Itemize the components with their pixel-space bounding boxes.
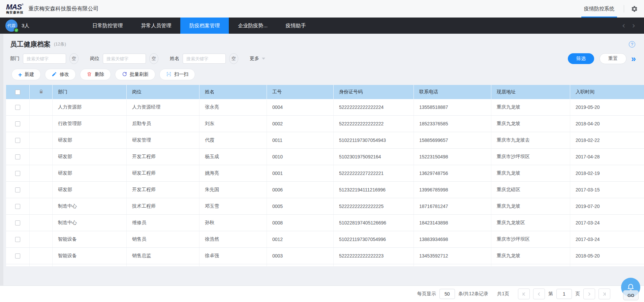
delete-button[interactable]: 删除 xyxy=(80,69,111,80)
logo-brand-text: MAS xyxy=(6,3,22,11)
divider xyxy=(624,5,624,12)
expand-double-chevron-icon[interactable]: » xyxy=(631,55,635,63)
row-checkbox[interactable] xyxy=(15,187,20,192)
row-lock-cell xyxy=(30,182,53,198)
edit-button[interactable]: 修改 xyxy=(45,69,76,80)
row-checkbox[interactable] xyxy=(15,105,20,110)
page-number-input[interactable] xyxy=(556,289,572,299)
edit-label: 修改 xyxy=(60,71,69,78)
cell-phone: 13453592712 xyxy=(414,248,491,264)
table-row: 智能设备销售总监徐卓强00035222222222222222313453592… xyxy=(6,248,644,264)
row-checkbox[interactable] xyxy=(15,204,20,209)
cell-emp_no: 0006 xyxy=(267,182,334,198)
table-body: 人力资源部人力资源经理张永亮00045222222222222222413558… xyxy=(6,99,644,266)
row-checkbox[interactable] xyxy=(15,253,20,259)
column-header-idcard[interactable]: 身份证号码 xyxy=(334,85,414,99)
more-filters-toggle[interactable]: 更多 xyxy=(250,56,265,62)
gear-icon[interactable] xyxy=(631,5,638,12)
cell-emp_no: 0002 xyxy=(267,116,334,132)
cell-phone: 13558518887 xyxy=(414,99,491,115)
tab-abnormal-personnel[interactable]: 异常人员管理 xyxy=(132,18,180,34)
tab-daily-prevention[interactable]: 日常防控管理 xyxy=(83,18,132,34)
user-info: 代霞 3人 xyxy=(5,20,29,32)
app-window: MAS® 梅安森科技 重庆梅安森科技股份有限公司 疫情防控系统 代霞 3人 日常… xyxy=(0,0,644,302)
last-page-button[interactable] xyxy=(599,289,610,299)
name-search-input[interactable] xyxy=(183,54,226,64)
column-header-address[interactable]: 现居地址 xyxy=(491,85,570,99)
select-all-checkbox[interactable] xyxy=(15,90,20,95)
prev-page-button[interactable] xyxy=(533,289,545,299)
table-row-partial xyxy=(6,264,644,266)
row-checkbox[interactable] xyxy=(15,154,20,159)
tab-prevention-archives[interactable]: 防疫档案管理 xyxy=(180,18,229,34)
column-header-position[interactable]: 岗位 xyxy=(127,85,200,99)
row-checkbox[interactable] xyxy=(15,121,20,126)
left-edge-strip xyxy=(0,34,3,302)
go-button[interactable]: GO xyxy=(623,290,639,300)
dept-empty-button[interactable]: 空 xyxy=(69,53,79,64)
filter-group-name: 姓名 空 xyxy=(170,53,238,64)
cell-id_card: 52222222227222221 xyxy=(334,165,414,181)
system-name-tab[interactable]: 疫情防控系统 xyxy=(581,0,617,18)
column-header-hiredate[interactable]: 入职时间 xyxy=(570,85,644,99)
row-select-cell xyxy=(6,182,30,198)
cell-address: 重庆九龙坡 xyxy=(491,99,570,115)
table-row: 行政管理部后勤专员刘东00025222222222222222218523376… xyxy=(6,116,644,132)
chevron-right-icon[interactable]: › xyxy=(632,22,635,30)
chevron-left-icon[interactable]: ‹ xyxy=(622,22,625,30)
row-checkbox[interactable] xyxy=(15,237,20,242)
cell-id_card: 510228197405126696 xyxy=(334,215,414,231)
batch-refresh-label: 批量刷新 xyxy=(130,71,149,78)
help-icon[interactable]: ? xyxy=(629,41,635,48)
company-name: 重庆梅安森科技股份有限公司 xyxy=(29,5,99,12)
cell-name: 张永亮 xyxy=(200,99,267,115)
more-label: 更多 xyxy=(250,56,259,62)
column-header-empno[interactable]: 工号 xyxy=(267,85,334,99)
name-empty-button[interactable]: 空 xyxy=(229,53,238,64)
check-badge-icon xyxy=(14,28,19,33)
position-empty-button[interactable]: 空 xyxy=(149,53,158,64)
cell-address: 重庆市沙坪坝区 xyxy=(491,149,570,165)
tab-enterprise-prevention[interactable]: 企业防疫势... xyxy=(229,18,277,34)
title-row: 员工健康档案 (12条) ? xyxy=(0,34,644,53)
position-search-input[interactable] xyxy=(103,54,146,64)
trash-icon xyxy=(87,71,92,78)
table-row: 研发部研发管理代霞0011510221197307054943158856996… xyxy=(6,132,644,149)
cell-name: 刘东 xyxy=(200,116,267,132)
cell-name: 朱先国 xyxy=(200,182,267,198)
cell-name: 徐卓强 xyxy=(200,248,267,264)
table-row: 智能设备销售员徐浩然001251022119730705499613883934… xyxy=(6,231,644,248)
dept-search-input[interactable] xyxy=(23,54,66,64)
row-checkbox[interactable] xyxy=(15,220,20,225)
main-navbar: 代霞 3人 日常防控管理 异常人员管理 防疫档案管理 企业防疫势... 疫情助手… xyxy=(0,18,644,34)
scan-label: 扫一扫 xyxy=(174,71,188,78)
tab-epidemic-assistant[interactable]: 疫情助手 xyxy=(277,18,315,34)
cell-phone: 13883934698 xyxy=(414,231,491,247)
row-checkbox[interactable] xyxy=(15,171,20,176)
create-button[interactable]: + 新建 xyxy=(11,69,41,80)
row-select-cell xyxy=(6,165,30,181)
column-header-dept[interactable]: 部门 xyxy=(53,85,127,99)
delete-label: 删除 xyxy=(95,71,104,78)
first-page-button[interactable] xyxy=(518,289,530,299)
cell-address: 重庆市九龙坡去 xyxy=(491,132,570,148)
filter-button[interactable]: 筛选 xyxy=(568,53,594,64)
scan-button[interactable]: 扫一扫 xyxy=(159,69,195,80)
row-select-cell xyxy=(6,132,30,148)
next-page-button[interactable] xyxy=(583,289,595,299)
column-header-name[interactable]: 姓名 xyxy=(200,85,267,99)
avatar[interactable]: 代霞 xyxy=(5,20,18,32)
cell-name: 杨玉成 xyxy=(200,149,267,165)
batch-refresh-button[interactable]: 批量刷新 xyxy=(115,69,155,80)
reset-button[interactable]: 重置 xyxy=(600,53,626,64)
cell-hire_date: 2017-04-28 xyxy=(570,149,644,165)
table-row: 研发部开发工程师朱先国00065123221941112169961399678… xyxy=(6,182,644,198)
select-all-cell xyxy=(6,85,30,99)
cell-name: 姚海亮 xyxy=(200,165,267,181)
cell-dept: 制造中心 xyxy=(53,198,127,214)
per-page-input[interactable] xyxy=(439,289,455,299)
column-header-phone[interactable]: 联系电话 xyxy=(414,85,491,99)
row-checkbox[interactable] xyxy=(15,138,20,143)
cell-position: 技术工程师 xyxy=(127,198,200,214)
filter-group-position: 岗位 空 xyxy=(90,53,158,64)
